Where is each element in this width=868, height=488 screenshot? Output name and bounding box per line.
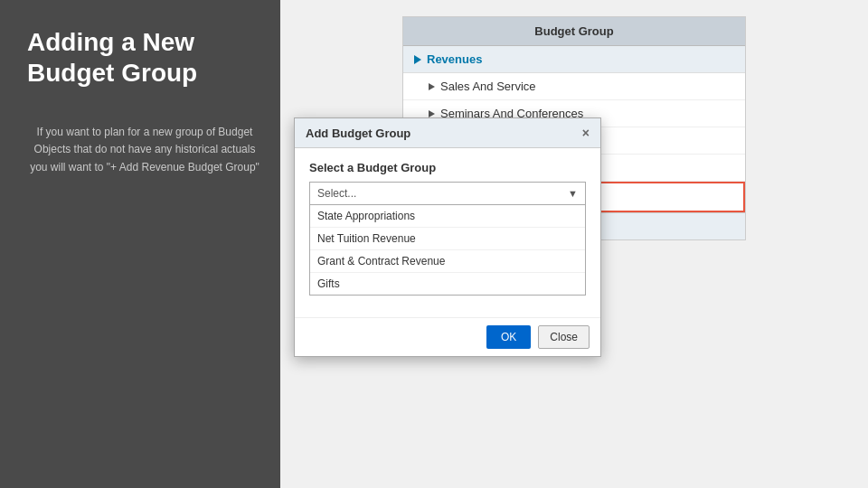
revenues-label: Revenues bbox=[427, 52, 482, 66]
list-item[interactable]: Gifts bbox=[310, 273, 585, 295]
item-label: Sales And Service bbox=[440, 80, 536, 93]
description-text: If you want to plan for a new group of B… bbox=[27, 124, 262, 176]
modal-title: Add Budget Group bbox=[306, 127, 410, 140]
add-budget-group-modal: Add Budget Group × Select a Budget Group… bbox=[294, 117, 601, 357]
budget-group-select-wrapper: Select... ▼ State Appropriations Net Tui… bbox=[309, 182, 586, 296]
table-header: Budget Group bbox=[403, 17, 745, 46]
list-item[interactable]: Grant & Contract Revenue bbox=[310, 250, 585, 273]
budget-group-select[interactable]: Select... ▼ bbox=[309, 182, 586, 205]
modal-close-button[interactable]: × bbox=[582, 126, 590, 140]
expand-revenues-icon bbox=[414, 55, 421, 64]
ok-button[interactable]: OK bbox=[486, 325, 531, 349]
dropdown-list: State Appropriations Net Tuition Revenue… bbox=[309, 205, 586, 296]
modal-body: Select a Budget Group Select... ▼ State … bbox=[295, 148, 600, 317]
list-item[interactable]: Net Tuition Revenue bbox=[310, 228, 585, 250]
list-item[interactable]: Sales And Service bbox=[403, 73, 745, 100]
expand-item-icon bbox=[429, 83, 435, 90]
list-item[interactable]: State Appropriations bbox=[310, 205, 585, 228]
revenues-group-row[interactable]: Revenues bbox=[403, 46, 745, 73]
modal-footer: OK Close bbox=[295, 317, 600, 356]
left-panel: Adding a New Budget Group If you want to… bbox=[0, 0, 280, 488]
cancel-button[interactable]: Close bbox=[538, 325, 590, 349]
right-panel: Budget Group Revenues Sales And Service … bbox=[280, 0, 868, 488]
select-label: Select a Budget Group bbox=[309, 161, 586, 174]
modal-header: Add Budget Group × bbox=[295, 118, 600, 148]
select-placeholder: Select... bbox=[317, 187, 356, 200]
chevron-down-icon: ▼ bbox=[568, 188, 578, 199]
expand-item-icon bbox=[429, 110, 435, 117]
page-title: Adding a New Budget Group bbox=[27, 27, 262, 88]
